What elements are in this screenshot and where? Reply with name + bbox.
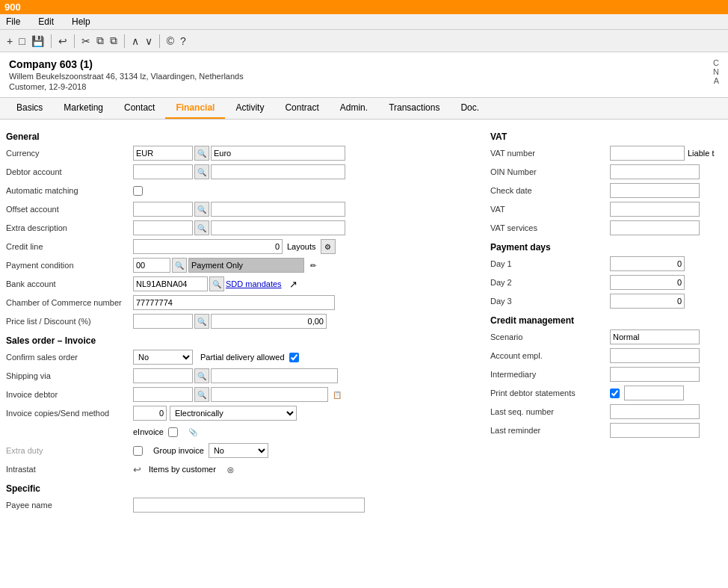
invoice-debtor-name-input[interactable]: [211, 387, 328, 402]
invoice-method-select[interactable]: Electronically Print: [170, 406, 297, 421]
invoice-debtor-code-input[interactable]: [133, 387, 193, 402]
price-list-lookup-btn[interactable]: 🔍: [194, 314, 209, 329]
left-panel: General Currency 🔍 Debtor account 🔍: [6, 126, 478, 582]
debtor-account-name-input[interactable]: [211, 164, 345, 179]
price-list-code-input[interactable]: [133, 314, 193, 329]
vat-services-input[interactable]: [610, 220, 700, 235]
einvoice-attach-btn[interactable]: 📎: [185, 424, 200, 439]
bank-account-external-btn[interactable]: ↗: [286, 276, 301, 291]
print-debtor-extra-input[interactable]: [624, 386, 684, 400]
shipping-via-row: Shipping via 🔍: [6, 368, 478, 384]
toolbar-undo[interactable]: ↩: [56, 34, 70, 49]
currency-name-input[interactable]: [211, 146, 345, 161]
payment-condition-code-input[interactable]: [133, 258, 170, 273]
day1-input[interactable]: [610, 256, 685, 271]
print-debtor-checkbox[interactable]: [610, 389, 620, 398]
tab-contact[interactable]: Contact: [114, 98, 165, 119]
items-by-customer-btn[interactable]: ◎: [223, 462, 238, 477]
vat-number-input[interactable]: [610, 146, 685, 161]
partial-delivery-checkbox[interactable]: [289, 353, 299, 362]
extra-description-lookup-btn[interactable]: 🔍: [194, 220, 209, 235]
vat-input[interactable]: [610, 202, 700, 217]
toolbar-circle[interactable]: ©: [164, 34, 176, 49]
offset-account-lookup-btn[interactable]: 🔍: [194, 202, 209, 217]
sdd-mandates-link[interactable]: SDD mandates: [226, 279, 282, 288]
invoice-copies-input[interactable]: [133, 406, 167, 421]
currency-code-input[interactable]: [133, 146, 193, 161]
chamber-input[interactable]: [133, 295, 335, 310]
menu-edit[interactable]: Edit: [35, 16, 57, 28]
bank-account-input[interactable]: [133, 276, 208, 291]
toolbar-help[interactable]: ?: [178, 34, 188, 49]
intermediary-input[interactable]: [610, 367, 700, 382]
extra-description-value-input[interactable]: [211, 220, 345, 235]
payment-condition-edit-btn[interactable]: ✏: [306, 258, 321, 273]
scenario-input[interactable]: [610, 329, 700, 344]
shipping-via-name-input[interactable]: [211, 368, 338, 383]
tab-contract[interactable]: Contract: [274, 98, 329, 119]
tab-basics[interactable]: Basics: [6, 98, 53, 119]
offset-account-code-input[interactable]: [133, 202, 193, 217]
last-reminder-input[interactable]: [610, 423, 700, 438]
tab-doc[interactable]: Doc.: [450, 98, 490, 119]
last-seq-input[interactable]: [610, 404, 700, 419]
einvoice-row: eInvoice 📎: [6, 424, 478, 440]
offset-account-label: Offset account: [6, 205, 133, 214]
items-by-customer-label: Items by customer: [149, 465, 216, 474]
automatic-matching-checkbox[interactable]: [133, 186, 143, 196]
invoice-debtor-ext-btn[interactable]: 📋: [330, 387, 345, 402]
tab-admin[interactable]: Admin.: [330, 98, 378, 119]
tab-marketing[interactable]: Marketing: [53, 98, 114, 119]
debtor-account-lookup-btn[interactable]: 🔍: [194, 164, 209, 179]
toolbar-add[interactable]: +: [4, 34, 15, 49]
shipping-via-code-input[interactable]: [133, 368, 193, 383]
group-invoice-label: Group invoice: [153, 446, 204, 455]
currency-row: Currency 🔍: [6, 145, 478, 161]
tab-financial[interactable]: Financial: [165, 98, 225, 119]
payee-name-input[interactable]: [133, 498, 365, 513]
day2-input[interactable]: [610, 275, 685, 290]
toolbar-new[interactable]: □: [16, 34, 27, 49]
check-date-input[interactable]: [610, 183, 700, 198]
shipping-via-lookup-btn[interactable]: 🔍: [194, 368, 209, 383]
invoice-debtor-lookup-btn[interactable]: 🔍: [194, 387, 209, 402]
debtor-account-row: Debtor account 🔍: [6, 164, 478, 180]
offset-account-name-input[interactable]: [211, 202, 345, 217]
vat-number-label: VAT number: [490, 149, 610, 158]
toolbar-paste[interactable]: ⧉: [108, 33, 120, 49]
day3-input[interactable]: [610, 294, 685, 309]
account-empl-input[interactable]: [610, 348, 700, 363]
header-right-2: N: [713, 67, 719, 76]
menu-help[interactable]: Help: [69, 16, 93, 28]
oin-number-input[interactable]: [610, 164, 700, 179]
chamber-control: [133, 295, 478, 310]
toolbar-copy[interactable]: ⧉: [94, 33, 106, 49]
credit-line-settings-btn[interactable]: ⚙: [321, 239, 336, 254]
extra-duty-checkbox[interactable]: [133, 446, 143, 456]
payment-condition-lookup-btn[interactable]: 🔍: [172, 258, 187, 273]
group-invoice-select[interactable]: No Yes: [209, 443, 268, 458]
tab-transactions[interactable]: Transactions: [378, 98, 450, 119]
toolbar-save[interactable]: 💾: [29, 34, 46, 49]
price-list-value-input[interactable]: [211, 314, 327, 329]
tab-activity[interactable]: Activity: [225, 98, 274, 119]
credit-line-input[interactable]: [133, 239, 283, 254]
toolbar-up[interactable]: ∧: [129, 34, 141, 49]
toolbar-cut[interactable]: ✂: [79, 34, 93, 49]
confirm-sales-select[interactable]: No Yes: [133, 350, 193, 365]
last-seq-control: [610, 404, 722, 419]
extra-description-code-input[interactable]: [133, 220, 193, 235]
menu-file[interactable]: File: [3, 16, 23, 28]
currency-lookup-btn[interactable]: 🔍: [194, 146, 209, 161]
credit-line-control: Layouts ⚙: [133, 239, 478, 254]
bank-account-lookup-btn[interactable]: 🔍: [209, 276, 224, 291]
vat-services-control: [610, 220, 722, 235]
credit-line-layouts-label: Layouts: [287, 242, 316, 251]
einvoice-checkbox[interactable]: [168, 427, 178, 437]
payment-condition-name-input[interactable]: [188, 258, 304, 273]
payment-days-section-title: Payment days: [490, 242, 722, 253]
toolbar-down[interactable]: ∨: [143, 34, 155, 49]
toolbar-sep2: [74, 34, 75, 48]
intrastat-icon[interactable]: ↩: [133, 464, 141, 475]
debtor-account-code-input[interactable]: [133, 164, 193, 179]
